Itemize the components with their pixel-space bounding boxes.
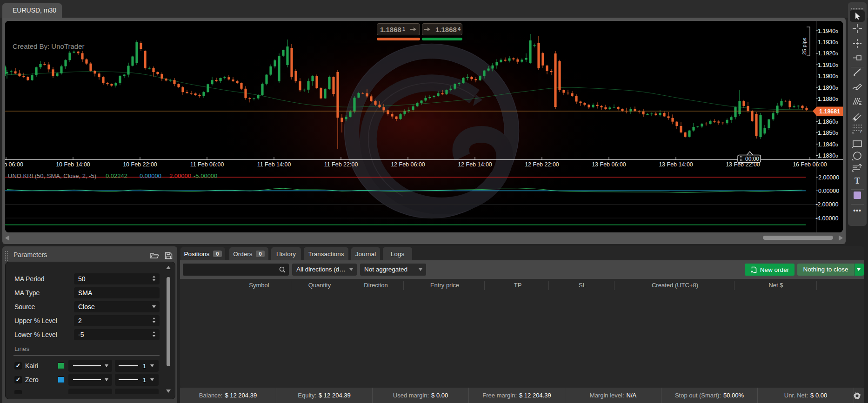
svg-text:1.18900: 1.18900 bbox=[818, 85, 838, 91]
svg-text:12 Feb 06:00: 12 Feb 06:00 bbox=[391, 161, 425, 168]
svg-text:11 Feb 22:00: 11 Feb 22:00 bbox=[324, 161, 358, 168]
svg-text:1.18681: 1.18681 bbox=[819, 108, 840, 115]
svg-text:1.19200: 1.19200 bbox=[818, 50, 838, 57]
svg-text:0.02242: 0.02242 bbox=[106, 172, 127, 179]
svg-text:12 Feb 14:00: 12 Feb 14:00 bbox=[458, 161, 492, 168]
svg-text:12 Feb 22:00: 12 Feb 22:00 bbox=[525, 161, 559, 168]
svg-text:10 Feb 14:00: 10 Feb 14:00 bbox=[56, 161, 90, 168]
svg-text:10 Feb 06:00: 10 Feb 06:00 bbox=[5, 161, 23, 168]
svg-text:13 Feb 06:00: 13 Feb 06:00 bbox=[592, 161, 626, 168]
svg-text:1.18600: 1.18600 bbox=[818, 119, 838, 125]
svg-text:1.19300: 1.19300 bbox=[818, 39, 838, 46]
svg-text:11 Feb 06:00: 11 Feb 06:00 bbox=[190, 161, 224, 168]
svg-text:25 pips: 25 pips bbox=[801, 38, 807, 55]
svg-text:F: F bbox=[860, 130, 862, 133]
svg-text:00:00: 00:00 bbox=[745, 156, 759, 162]
svg-text:11 Feb 14:00: 11 Feb 14:00 bbox=[257, 161, 291, 168]
svg-text:0.00000: 0.00000 bbox=[818, 188, 839, 194]
svg-text:1.19400: 1.19400 bbox=[818, 28, 838, 34]
svg-text:1.18500: 1.18500 bbox=[818, 130, 838, 136]
svg-text:16 Feb 06:00: 16 Feb 06:00 bbox=[793, 161, 827, 168]
svg-text:1.18800: 1.18800 bbox=[818, 96, 838, 102]
svg-text:-2.00000: -2.00000 bbox=[815, 201, 838, 208]
svg-text:2.00000: 2.00000 bbox=[818, 174, 839, 181]
svg-text:1.19100: 1.19100 bbox=[818, 62, 838, 68]
svg-text:1.18300: 1.18300 bbox=[818, 152, 838, 159]
svg-text:13 Feb 14:00: 13 Feb 14:00 bbox=[659, 161, 693, 168]
svg-text:2.00000: 2.00000 bbox=[169, 172, 191, 179]
svg-text:UNO KRI (50, SMA, Close, 2, -5: UNO KRI (50, SMA, Close, 2, -5) bbox=[8, 172, 96, 179]
svg-text:Created By: UnoTrader: Created By: UnoTrader bbox=[13, 42, 85, 50]
svg-text:0.00000: 0.00000 bbox=[140, 172, 161, 179]
svg-text:1.19000: 1.19000 bbox=[818, 73, 838, 79]
svg-text:1.18400: 1.18400 bbox=[818, 141, 838, 148]
svg-text:-5.00000: -5.00000 bbox=[194, 172, 217, 179]
svg-text:10 Feb 22:00: 10 Feb 22:00 bbox=[123, 161, 157, 168]
svg-text:-4.00000: -4.00000 bbox=[815, 215, 838, 222]
